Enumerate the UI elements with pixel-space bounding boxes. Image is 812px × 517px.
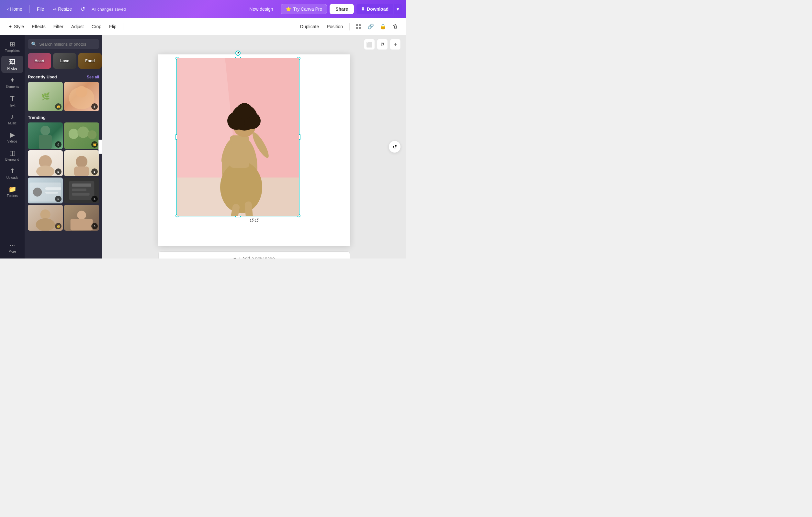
svg-point-23 xyxy=(40,209,50,219)
main-area: ⊞ Templates 🖼 Photos ✦ Elements T Text ♪… xyxy=(0,35,406,258)
share-button[interactable]: Share xyxy=(329,4,354,14)
search-input[interactable] xyxy=(39,42,96,47)
download-caret[interactable]: ▾ xyxy=(394,4,402,14)
resize-button[interactable]: ⇔ Resize xyxy=(50,4,75,13)
trending-photo-8[interactable]: £ xyxy=(64,205,99,230)
copy-icon-button[interactable]: ⧉ xyxy=(377,39,388,50)
trending-photo-7[interactable] xyxy=(28,205,63,230)
sidebar-item-videos[interactable]: ▶ Videos xyxy=(1,128,23,146)
save-status: All changes saved xyxy=(92,7,126,12)
svg-point-10 xyxy=(88,130,96,139)
style-button[interactable]: ✦ Style xyxy=(5,22,27,31)
svg-rect-2 xyxy=(356,27,358,29)
svg-rect-26 xyxy=(70,219,93,230)
sidebar-item-elements[interactable]: ✦ Elements xyxy=(1,74,23,91)
trending-photo-4[interactable]: £ xyxy=(64,150,99,176)
svg-point-5 xyxy=(76,86,87,98)
svg-rect-1 xyxy=(359,24,361,26)
pound-badge-t1: £ xyxy=(55,141,61,148)
svg-rect-7 xyxy=(39,135,52,149)
see-all-link[interactable]: See all xyxy=(87,75,99,79)
download-button[interactable]: ⬇ Download ▾ xyxy=(356,4,402,14)
crown-badge-t2 xyxy=(91,141,98,148)
crop-button[interactable]: Crop xyxy=(88,22,105,31)
recently-used-grid: 🌿 £ xyxy=(25,81,102,112)
svg-rect-17 xyxy=(45,187,61,190)
sidebar-item-background[interactable]: ◫ Bkground xyxy=(1,146,23,164)
sidebar-item-photos[interactable]: 🖼 Photos xyxy=(1,56,23,73)
sidebar-item-folders[interactable]: 📁 Folders xyxy=(1,183,23,200)
svg-point-9 xyxy=(77,127,89,138)
download-main[interactable]: ⬇ Download xyxy=(356,4,394,14)
trending-photo-5[interactable]: £ xyxy=(28,178,63,203)
uploads-icon: ⬆ xyxy=(10,167,15,175)
photos-icon: 🖼 xyxy=(9,58,16,66)
trending-photo-1[interactable]: £ xyxy=(28,123,63,149)
pound-badge-t5: £ xyxy=(55,196,61,202)
recently-used-header: Recently Used See all xyxy=(25,72,102,81)
filter-button[interactable]: Filter xyxy=(50,22,67,31)
svg-point-8 xyxy=(69,129,79,139)
svg-point-24 xyxy=(36,218,55,230)
adjust-button[interactable]: Adjust xyxy=(68,22,87,31)
trending-header: Trending xyxy=(25,112,102,121)
svg-rect-3 xyxy=(359,27,361,29)
try-pro-button[interactable]: ⭐ Try Canva Pro xyxy=(281,4,327,14)
pound-badge-t3: £ xyxy=(55,168,61,175)
recent-photo-1[interactable]: 🌿 xyxy=(28,82,63,111)
duplicate-button[interactable]: Duplicate xyxy=(297,22,322,31)
category-love[interactable]: Love xyxy=(53,53,77,69)
canvas-image xyxy=(177,58,299,216)
templates-icon: ⊞ xyxy=(10,40,15,48)
new-design-button[interactable]: New design xyxy=(244,4,278,14)
rotate-handle-top[interactable]: ↺ xyxy=(235,51,240,56)
add-page-button[interactable]: + + Add a new page xyxy=(158,251,350,258)
home-button[interactable]: ‹ Home xyxy=(4,4,26,14)
lock-icon-button[interactable]: 🔒 xyxy=(378,21,388,32)
crown-badge-t7 xyxy=(55,223,61,229)
sidebar-item-music[interactable]: ♪ Music xyxy=(1,110,23,128)
canvas-area: ⬜ ⧉ + ↺ ↺ xyxy=(102,35,406,258)
canvas-wrapper: ↺ xyxy=(158,54,350,258)
category-scroll: Heart Love Food › xyxy=(25,53,102,72)
selected-image[interactable]: ↺ xyxy=(176,58,299,216)
flip-button[interactable]: Flip xyxy=(106,22,120,31)
delete-icon-button[interactable]: 🗑 xyxy=(390,21,401,32)
file-menu[interactable]: File xyxy=(34,4,48,13)
top-navigation: ‹ Home File ⇔ Resize ↺ All changes saved… xyxy=(0,0,406,18)
rotate-handle-bottom[interactable]: ↺↺ xyxy=(249,217,259,224)
undo-button[interactable]: ↺ xyxy=(78,4,88,15)
toolbar-separator-2 xyxy=(349,23,350,30)
sidebar-item-more[interactable]: ··· More xyxy=(1,239,23,256)
effects-button[interactable]: Effects xyxy=(28,22,49,31)
svg-point-6 xyxy=(40,126,50,135)
trending-photo-3[interactable]: £ xyxy=(28,150,63,176)
svg-point-37 xyxy=(236,103,253,119)
svg-rect-0 xyxy=(356,24,358,26)
add-icon-button[interactable]: + xyxy=(390,39,401,50)
svg-rect-22 xyxy=(72,193,90,196)
position-button[interactable]: Position xyxy=(323,22,346,31)
frame-icon-button[interactable]: ⬜ xyxy=(364,39,375,50)
sidebar-item-uploads[interactable]: ⬆ Uploads xyxy=(1,165,23,182)
background-icon: ◫ xyxy=(9,149,16,157)
canvas-page[interactable]: ↺ xyxy=(158,54,350,246)
sidebar-item-templates[interactable]: ⊞ Templates xyxy=(1,37,23,55)
category-heart[interactable]: Heart xyxy=(28,53,51,69)
ai-rotate-button[interactable]: ↺ xyxy=(388,141,401,153)
trending-photo-6[interactable]: £ xyxy=(64,178,99,203)
category-food[interactable]: Food xyxy=(78,53,102,69)
photos-panel: 🔍 Heart Love Food › Re xyxy=(25,35,102,258)
grid-icon-button[interactable] xyxy=(353,21,364,32)
svg-rect-21 xyxy=(72,189,86,191)
svg-point-25 xyxy=(77,211,86,219)
svg-rect-32 xyxy=(230,135,249,168)
recent-photo-2[interactable]: £ xyxy=(64,82,99,111)
trending-grid: £ £ xyxy=(25,121,102,232)
left-sidebar: ⊞ Templates 🖼 Photos ✦ Elements T Text ♪… xyxy=(0,35,25,258)
trending-photo-2[interactable] xyxy=(64,123,99,149)
image-toolbar: ✦ Style Effects Filter Adjust Crop Flip … xyxy=(0,18,406,35)
hide-panel-button[interactable]: ‹ xyxy=(98,140,102,154)
link-icon-button[interactable]: 🔗 xyxy=(365,21,376,32)
sidebar-item-text[interactable]: T Text xyxy=(1,92,23,110)
